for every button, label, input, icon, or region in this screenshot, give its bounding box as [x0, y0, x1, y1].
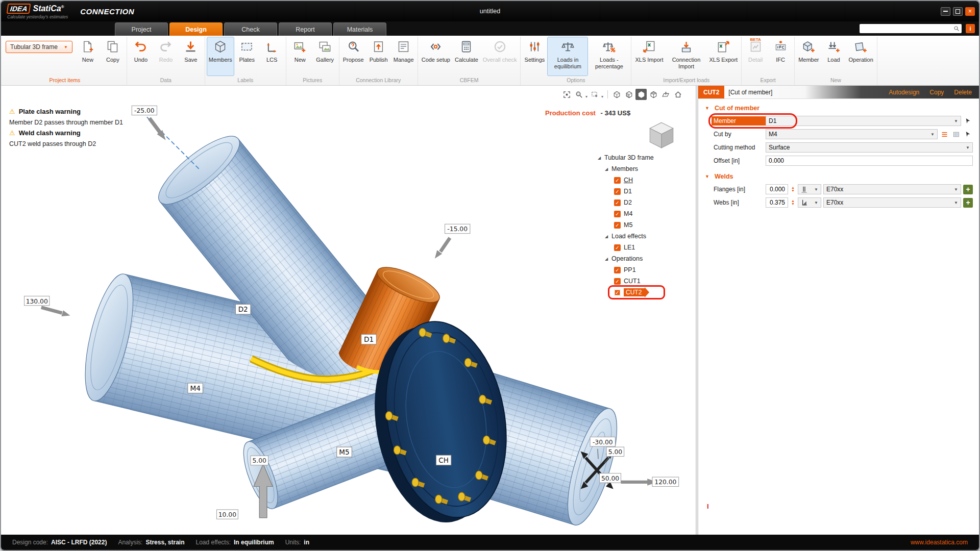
- dimension-label-4[interactable]: 5.00: [606, 447, 624, 456]
- tree-item-pp1[interactable]: ✓PP1: [598, 264, 690, 276]
- dropdown-caret-icon[interactable]: ▾: [601, 94, 603, 99]
- expander-icon[interactable]: ◢: [605, 234, 611, 239]
- dimension-label-0[interactable]: -25.00: [132, 106, 157, 115]
- tree-item-m5[interactable]: ✓M5: [598, 219, 690, 231]
- tree-item-label[interactable]: CUT2: [624, 288, 645, 296]
- spin-down-icon[interactable]: ▼: [790, 189, 796, 192]
- bolt[interactable]: [419, 328, 426, 337]
- expander-icon[interactable]: ◢: [598, 156, 604, 160]
- 3d-scene[interactable]: D2 D1 M4 M5 CH -25.00 -15.00 130.00 -30.…: [1, 86, 696, 535]
- info-button[interactable]: i: [966, 24, 975, 33]
- zoom-window-button[interactable]: [574, 89, 585, 100]
- dimension-label-6[interactable]: 120.00: [652, 477, 679, 486]
- view-top-button[interactable]: [648, 89, 659, 100]
- tree-section-members[interactable]: ◢Members: [598, 163, 690, 174]
- selection-mode-button[interactable]: [590, 89, 601, 100]
- ribbon-button-operation[interactable]: Operation: [846, 37, 875, 76]
- cut-by-list-button[interactable]: [940, 130, 949, 139]
- member-label-ch[interactable]: CH: [436, 455, 451, 465]
- tree-item-cut2[interactable]: ✓CUT2: [598, 287, 690, 298]
- pick-cut-by-button[interactable]: [963, 130, 973, 139]
- member-label-m4[interactable]: M4: [188, 383, 203, 393]
- ribbon-button-loads-in-equilibrium[interactable]: Loads in equilibrium: [547, 37, 588, 76]
- flanges-electrode-select[interactable]: E70xx▼: [823, 184, 961, 194]
- ribbon-button-undo[interactable]: Undo: [129, 37, 153, 76]
- checkbox-m4[interactable]: ✓: [614, 211, 621, 217]
- tree-item-label[interactable]: PP1: [624, 266, 636, 273]
- checkbox-ch[interactable]: ✓: [614, 177, 621, 184]
- tree-root[interactable]: ◢Tubular 3D frame: [598, 152, 690, 163]
- bolt[interactable]: [443, 334, 450, 343]
- tree-item-label[interactable]: CUT1: [624, 278, 641, 285]
- tree-item-label[interactable]: M4: [624, 210, 632, 217]
- bolt[interactable]: [458, 492, 465, 501]
- ribbon-button-xls-import[interactable]: XLS Import: [633, 37, 665, 76]
- close-button[interactable]: ×: [965, 7, 975, 16]
- ribbon-button-new[interactable]: New: [76, 37, 100, 76]
- minimize-button[interactable]: [941, 7, 950, 16]
- ribbon-button-load[interactable]: Load: [821, 37, 846, 76]
- maximize-button[interactable]: [953, 7, 963, 16]
- ribbon-button-manage[interactable]: Manage: [391, 37, 416, 76]
- tree-item-label[interactable]: D2: [624, 199, 632, 206]
- webs-size-stepper[interactable]: ▲▼: [790, 199, 796, 206]
- tree-item-label[interactable]: D1: [624, 188, 632, 195]
- ribbon-button-copy[interactable]: Copy: [101, 37, 125, 76]
- view-iso-button[interactable]: [611, 89, 622, 100]
- member-label-d1[interactable]: D1: [361, 334, 377, 344]
- dimension-label-5[interactable]: 50.00: [600, 473, 621, 483]
- cut-by-plate-button[interactable]: [951, 130, 961, 139]
- member-label-m5[interactable]: M5: [337, 447, 352, 457]
- checkbox-le1[interactable]: ✓: [614, 244, 621, 251]
- tree-item-le1[interactable]: ✓LE1: [598, 242, 690, 253]
- search-input[interactable]: [860, 24, 962, 33]
- tab-report[interactable]: Report: [279, 22, 332, 36]
- checkbox-d1[interactable]: ✓: [614, 188, 621, 195]
- ribbon-button-xls-export[interactable]: XLS Export: [707, 37, 740, 76]
- ribbon-button-publish[interactable]: Publish: [366, 37, 391, 76]
- tree-item-d1[interactable]: ✓D1: [598, 186, 690, 197]
- dimension-label-2[interactable]: 130.00: [24, 296, 50, 305]
- webs-size-input[interactable]: 0.375: [766, 197, 788, 208]
- pick-member-button[interactable]: [963, 116, 973, 126]
- checkbox-cut2[interactable]: ✓: [614, 289, 621, 296]
- dimension-label-8[interactable]: 5.00: [251, 456, 268, 465]
- template-selector[interactable]: Tubular 3D frame▼: [6, 41, 72, 53]
- checkbox-m5[interactable]: ✓: [614, 222, 621, 229]
- flanges-size-stepper[interactable]: ▲▼: [790, 186, 796, 192]
- dropdown-caret-icon[interactable]: ▾: [585, 94, 587, 99]
- tree-item-m4[interactable]: ✓M4: [598, 208, 690, 219]
- bolt[interactable]: [483, 436, 490, 444]
- view-front-button[interactable]: [623, 89, 634, 100]
- section-cut-of-member[interactable]: ▼ Cut of member: [698, 102, 979, 114]
- tree-item-label[interactable]: CH: [624, 177, 633, 184]
- bolt[interactable]: [435, 495, 443, 504]
- tree-item-label[interactable]: M5: [624, 221, 632, 229]
- checkbox-cut1[interactable]: ✓: [614, 278, 621, 285]
- ribbon-button-connection-import[interactable]: Connection Import: [666, 37, 706, 76]
- bolt[interactable]: [476, 471, 483, 480]
- tree-item-d2[interactable]: ✓D2: [598, 197, 690, 208]
- tree-item-cut1[interactable]: ✓CUT1: [598, 276, 690, 287]
- flanges-size-input[interactable]: 0.000: [766, 184, 788, 194]
- flanges-weld-type-select[interactable]: ▼: [798, 184, 821, 194]
- member-label-d2[interactable]: D2: [235, 304, 251, 314]
- bolt[interactable]: [412, 478, 419, 487]
- ribbon-button-new[interactable]: New: [288, 37, 312, 76]
- webs-weld-type-select[interactable]: ▼: [798, 197, 821, 208]
- ribbon-button-propose[interactable]: Propose: [341, 37, 366, 76]
- ribbon-button-lcs[interactable]: LCS: [260, 37, 284, 76]
- delete-operation-button[interactable]: Delete: [954, 89, 972, 96]
- website-link[interactable]: www.ideastatica.com: [911, 539, 968, 546]
- tab-project[interactable]: Project: [115, 22, 168, 36]
- tree-section-operations[interactable]: ◢Operations: [598, 253, 690, 264]
- home-button[interactable]: [672, 89, 683, 100]
- ribbon-button-settings[interactable]: Settings: [522, 37, 547, 76]
- spin-down-icon[interactable]: ▼: [790, 203, 796, 206]
- bolt[interactable]: [464, 358, 472, 367]
- view-cube[interactable]: [646, 119, 677, 151]
- autodesign-button[interactable]: Autodesign: [889, 89, 919, 96]
- ribbon-button-calculate[interactable]: Calculate: [453, 37, 480, 76]
- add-flange-weld-button[interactable]: +: [963, 185, 973, 194]
- tree-section-load-effects[interactable]: ◢Load effects: [598, 231, 690, 242]
